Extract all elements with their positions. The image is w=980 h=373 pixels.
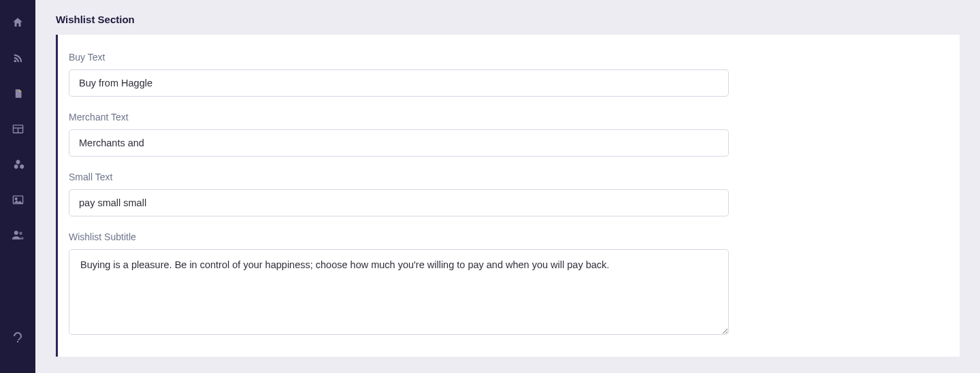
svg-point-6 <box>14 231 18 235</box>
svg-point-5 <box>15 197 17 199</box>
users-icon <box>12 230 24 240</box>
sidebar-item-help[interactable] <box>0 324 35 353</box>
form-card: Buy Text Merchant Text Small Text Wishli… <box>56 35 960 357</box>
sidebar <box>0 0 35 373</box>
form-row-wishlist-subtitle: Wishlist Subtitle <box>69 231 949 338</box>
merchant-text-input[interactable] <box>69 129 729 157</box>
sidebar-item-page[interactable] <box>0 79 35 108</box>
form-row-merchant-text: Merchant Text <box>69 112 949 157</box>
sidebar-item-media[interactable] <box>0 185 35 214</box>
svg-point-0 <box>14 59 16 62</box>
buy-text-input[interactable] <box>69 69 729 97</box>
sidebar-item-blog[interactable] <box>0 44 35 72</box>
page-title: Wishlist Section <box>56 14 960 25</box>
sidebar-item-users[interactable] <box>0 221 35 249</box>
sidebar-item-table[interactable] <box>0 114 35 143</box>
sidebar-item-home[interactable] <box>0 8 35 37</box>
form-row-buy-text: Buy Text <box>69 52 949 97</box>
form-row-small-text: Small Text <box>69 172 949 216</box>
image-icon <box>12 195 24 205</box>
wishlist-subtitle-textarea[interactable] <box>69 249 729 335</box>
boxes-icon <box>12 159 24 170</box>
sidebar-item-products[interactable] <box>0 150 35 178</box>
small-text-label: Small Text <box>69 172 949 182</box>
merchant-text-label: Merchant Text <box>69 112 949 123</box>
buy-text-label: Buy Text <box>69 52 949 63</box>
file-icon <box>13 88 23 99</box>
svg-point-7 <box>19 232 22 236</box>
page-header: Wishlist Section <box>35 0 980 35</box>
rss-icon <box>12 52 24 64</box>
small-text-input[interactable] <box>69 189 729 216</box>
help-icon <box>14 332 22 344</box>
table-icon <box>12 124 24 134</box>
wishlist-subtitle-label: Wishlist Subtitle <box>69 231 949 242</box>
content-area: Wishlist Section Buy Text Merchant Text … <box>35 0 980 373</box>
home-icon <box>12 16 24 29</box>
